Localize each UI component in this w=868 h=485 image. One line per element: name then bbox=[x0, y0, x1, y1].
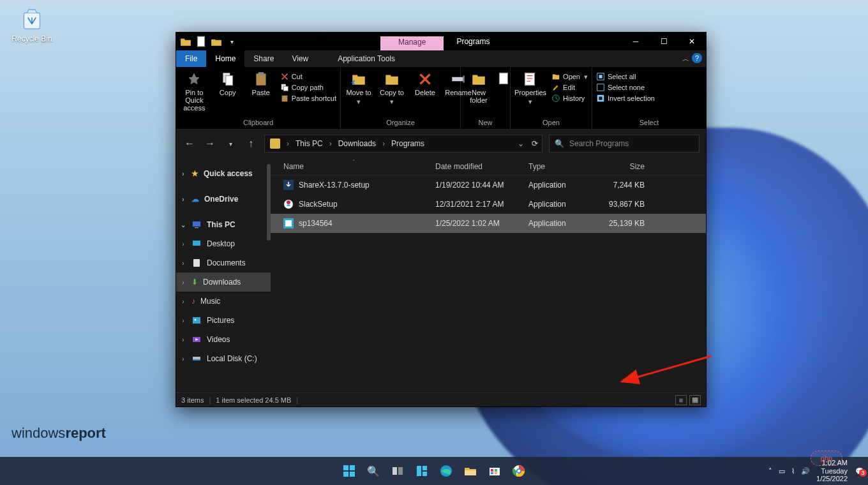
minimize-button[interactable]: ─ bbox=[622, 33, 650, 50]
search-input[interactable]: 🔍 Search Programs bbox=[549, 135, 700, 153]
forward-button[interactable]: → bbox=[203, 137, 217, 151]
view-details-button[interactable]: ≡ bbox=[675, 395, 687, 405]
widgets-button[interactable] bbox=[413, 462, 431, 480]
up-button[interactable]: ↑ bbox=[244, 137, 258, 151]
nav-onedrive[interactable]: ›☁OneDrive bbox=[176, 190, 271, 209]
ribbon-group-select: Select all Select none Invert selection … bbox=[592, 67, 706, 129]
breadcrumb-dropdown-icon[interactable]: ⌄ bbox=[518, 139, 524, 148]
app-icon bbox=[283, 218, 294, 228]
file-row-selected[interactable]: sp134564 1/25/2022 1:02 AM Application 2… bbox=[271, 214, 706, 233]
explorer-taskbar-button[interactable] bbox=[461, 462, 479, 480]
nav-pictures[interactable]: ›Pictures bbox=[176, 311, 271, 330]
annotation-arrow bbox=[615, 352, 717, 391]
file-date: 1/19/2022 10:44 AM bbox=[435, 181, 528, 190]
recent-locations-button[interactable]: ▾ bbox=[223, 137, 237, 151]
file-row[interactable]: ShareX-13.7.0-setup 1/19/2022 10:44 AM A… bbox=[271, 175, 706, 195]
task-view-button[interactable] bbox=[389, 462, 407, 480]
tray-overflow-icon[interactable]: ˄ bbox=[768, 467, 772, 475]
copy-path-button[interactable]: Copy path bbox=[280, 83, 336, 92]
svg-rect-47 bbox=[491, 472, 493, 474]
nav-downloads[interactable]: ›⬇Downloads bbox=[176, 272, 271, 292]
wifi-icon[interactable]: ⌇ bbox=[791, 467, 795, 475]
tab-application-tools[interactable]: Application Tools bbox=[329, 50, 404, 67]
edge-button[interactable] bbox=[437, 462, 455, 480]
breadcrumb-downloads[interactable]: Downloads bbox=[338, 139, 376, 148]
col-date[interactable]: Date modified bbox=[435, 162, 528, 171]
history-button[interactable]: History bbox=[551, 94, 588, 103]
svg-rect-20 bbox=[195, 227, 198, 228]
nav-local-disk[interactable]: ›Local Disk (C:) bbox=[176, 349, 271, 368]
tab-file[interactable]: File bbox=[176, 50, 206, 67]
close-button[interactable]: ✕ bbox=[678, 33, 706, 50]
collapse-ribbon-icon[interactable]: ︿ bbox=[682, 54, 689, 64]
notifications-icon[interactable]: 💬3 bbox=[855, 467, 864, 475]
nav-desktop[interactable]: ›Desktop bbox=[176, 234, 271, 253]
select-all-button[interactable]: Select all bbox=[596, 72, 655, 81]
desktop-icon-recycle-bin[interactable]: Recycle Bin bbox=[11, 6, 52, 43]
breadcrumb[interactable]: › This PC › Downloads › Programs ⌄ ⟳ bbox=[264, 135, 542, 153]
open-button[interactable]: Open▾ bbox=[551, 72, 588, 81]
file-list[interactable]: ˄ Name Date modified Type Size ShareX-13… bbox=[271, 158, 706, 392]
svg-rect-36 bbox=[350, 472, 355, 477]
nav-documents[interactable]: ›Documents bbox=[176, 253, 271, 272]
nav-this-pc[interactable]: ⌄This PC bbox=[176, 215, 271, 234]
nav-pane[interactable]: ›★Quick access ›☁OneDrive ⌄This PC ›Desk… bbox=[176, 158, 271, 392]
svg-rect-5 bbox=[258, 72, 264, 75]
chrome-button[interactable] bbox=[510, 462, 528, 480]
tab-home[interactable]: Home bbox=[206, 50, 244, 67]
paste-button[interactable]: Paste bbox=[247, 70, 275, 98]
back-button[interactable]: ← bbox=[183, 137, 197, 151]
file-row[interactable]: SlackSetup 12/31/2021 2:17 AM Applicatio… bbox=[271, 195, 706, 214]
paste-shortcut-icon bbox=[280, 94, 289, 103]
new-item-button[interactable] bbox=[498, 70, 511, 89]
breadcrumb-thispc[interactable]: This PC bbox=[296, 139, 323, 148]
view-thumbnails-button[interactable]: ▦ bbox=[689, 395, 701, 405]
col-type[interactable]: Type bbox=[528, 162, 605, 171]
volume-icon[interactable]: 🔊 bbox=[801, 467, 810, 475]
battery-icon[interactable]: ▭ bbox=[779, 467, 785, 475]
nav-music[interactable]: ›♪Music bbox=[176, 292, 271, 311]
refresh-button[interactable]: ⟳ bbox=[532, 139, 538, 148]
select-none-button[interactable]: Select none bbox=[596, 83, 655, 92]
col-size[interactable]: Size bbox=[605, 162, 655, 171]
breadcrumb-programs[interactable]: Programs bbox=[391, 139, 424, 148]
pin-to-quick-access-button[interactable]: Pin to Quick access bbox=[180, 70, 209, 113]
svg-rect-11 bbox=[499, 73, 507, 84]
file-name: sp134564 bbox=[299, 219, 333, 228]
file-size: 93,867 KB bbox=[605, 200, 655, 209]
start-button[interactable] bbox=[340, 462, 358, 480]
svg-rect-21 bbox=[193, 241, 200, 246]
file-type: Application bbox=[528, 200, 605, 209]
nav-videos[interactable]: ›Videos bbox=[176, 330, 271, 349]
svg-rect-12 bbox=[525, 73, 534, 86]
qat-dropdown-icon[interactable]: ▾ bbox=[226, 36, 237, 47]
titlebar[interactable]: ▾ Manage Programs ─ ☐ ✕ bbox=[176, 33, 706, 50]
status-items: 3 items bbox=[181, 396, 204, 404]
edit-button[interactable]: Edit bbox=[551, 83, 588, 92]
download-icon: ⬇ bbox=[191, 278, 198, 287]
videos-icon bbox=[191, 334, 202, 345]
move-to-button[interactable]: Move to▾ bbox=[345, 70, 373, 107]
cut-button[interactable]: Cut bbox=[280, 72, 336, 81]
taskbar[interactable]: 🔍 ˄ ▭ ⌇ 🔊 1:02 AM Tuesday 1/25/2022 💬3 bbox=[0, 457, 868, 485]
properties-button[interactable]: Properties▾ bbox=[514, 70, 546, 107]
copy-to-button[interactable]: Copy to▾ bbox=[378, 70, 406, 107]
tab-share[interactable]: Share bbox=[244, 50, 283, 67]
column-headers[interactable]: Name Date modified Type Size bbox=[271, 158, 706, 175]
copy-button[interactable]: Copy bbox=[214, 70, 242, 98]
svg-rect-3 bbox=[225, 76, 232, 86]
paste-shortcut-button[interactable]: Paste shortcut bbox=[280, 94, 336, 103]
search-taskbar-button[interactable]: 🔍 bbox=[364, 462, 382, 480]
help-button[interactable]: ? bbox=[692, 53, 702, 63]
maximize-button[interactable]: ☐ bbox=[650, 33, 678, 50]
new-folder-button[interactable]: New folder bbox=[465, 70, 493, 105]
new-folder-icon bbox=[470, 71, 487, 87]
invert-selection-button[interactable]: Invert selection bbox=[596, 94, 655, 103]
store-button[interactable] bbox=[486, 462, 504, 480]
delete-icon bbox=[417, 71, 433, 87]
contextual-tab-manage[interactable]: Manage bbox=[380, 36, 444, 50]
nav-quick-access[interactable]: ›★Quick access bbox=[176, 164, 271, 183]
delete-button[interactable]: Delete bbox=[411, 70, 439, 98]
star-icon: ★ bbox=[191, 169, 198, 178]
tab-view[interactable]: View bbox=[283, 50, 317, 67]
